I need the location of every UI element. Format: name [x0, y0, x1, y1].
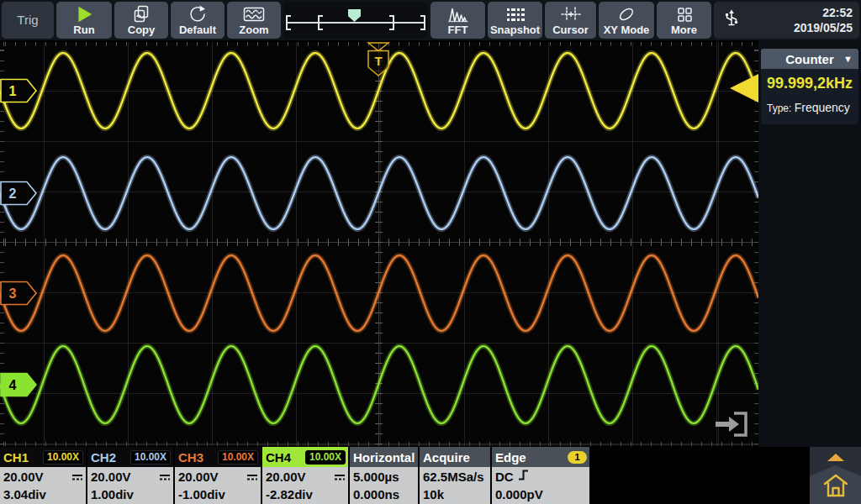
copy-icon — [132, 3, 151, 24]
spectrum-icon — [448, 3, 468, 24]
memory-depth-value: 10k — [423, 486, 444, 503]
more-button[interactable]: More — [657, 2, 711, 39]
svg-text:3: 3 — [9, 286, 17, 301]
trig-label: Trig — [17, 14, 38, 26]
channel1-position: 3.04div — [3, 486, 46, 503]
status-clock-panel: 22:52 2019/05/25 — [714, 2, 859, 39]
collapse-up-icon[interactable] — [827, 454, 844, 461]
arrow-into-bracket-icon[interactable] — [710, 410, 751, 438]
channel1-label: CH1 — [3, 450, 29, 465]
horizontal-position-indicator[interactable] — [283, 2, 428, 39]
top-toolbar: Trig Run Copy — [0, 0, 861, 40]
dc-coupling-icon — [334, 468, 346, 486]
channel3-label: CH3 — [178, 450, 203, 465]
home-panel — [810, 447, 861, 504]
trigger-level-arrow[interactable] — [730, 74, 758, 102]
counter-panel: Counter ▼ 99.999,2kHz Type: Frequency — [761, 49, 858, 124]
counter-type: Type: Frequency — [767, 101, 858, 114]
main-area: T 1234 Counter ▼ 99.999,2kHz Type: Frequ… — [0, 40, 861, 447]
cursor-button[interactable]: Cursor — [545, 2, 596, 39]
channel4-probe-badge: 10.00X — [305, 450, 346, 465]
copy-button[interactable]: Copy — [114, 2, 168, 39]
trigger-source-badge: 1 — [568, 451, 587, 464]
channel2-probe-badge: 10.00X — [130, 450, 171, 465]
trigger-title: Edge — [495, 450, 526, 465]
counter-value: 99.999,2kHz — [761, 75, 858, 92]
ellipse-icon — [616, 3, 637, 24]
dc-coupling-icon — [159, 468, 171, 486]
horizontal-offset-value: 0.000ns — [353, 486, 399, 503]
channel4-panel[interactable]: CH4 10.00X 20.00V -2.82div — [262, 447, 348, 504]
list-icon — [505, 3, 526, 24]
ch2-position-marker[interactable]: 2 — [0, 181, 38, 206]
timebase-value: 5.000µs — [353, 468, 399, 486]
dc-coupling-icon — [71, 468, 83, 486]
channel2-position: 1.00div — [91, 486, 134, 503]
channel2-panel[interactable]: CH2 10.00X 20.00V 1.00div — [87, 447, 173, 504]
window-right-bracket — [420, 15, 425, 30]
zoom-button[interactable]: Zoom — [227, 2, 281, 39]
acquire-panel[interactable]: Acquire 62.5MSa/s 10k — [420, 447, 490, 504]
rising-edge-icon — [518, 468, 529, 486]
grid-squares-icon — [675, 3, 694, 24]
channel3-position: -1.00div — [178, 486, 225, 503]
channel4-position: -2.82div — [266, 486, 313, 503]
run-button[interactable]: Run — [56, 2, 112, 39]
channel1-scale: 20.00V — [3, 468, 44, 486]
channel4-scale: 20.00V — [266, 468, 306, 486]
sample-rate-value: 62.5MSa/s — [423, 468, 484, 486]
svg-text:T: T — [374, 54, 382, 68]
right-sidebar: Counter ▼ 99.999,2kHz Type: Frequency — [758, 40, 861, 447]
ch4-position-marker[interactable]: 4 — [0, 372, 38, 397]
trigger-level-value: 0.000pV — [495, 486, 543, 503]
horizontal-panel[interactable]: Horizontal 5.000µs 0.000ns — [350, 447, 418, 504]
ch3-position-marker[interactable]: 3 — [0, 281, 38, 306]
channel1-probe-badge: 10.00X — [43, 450, 83, 465]
svg-text:4: 4 — [9, 378, 17, 392]
time-text: 22:52 — [794, 5, 853, 20]
fft-button[interactable]: FFT — [430, 2, 485, 39]
view-right-bracket — [389, 15, 394, 30]
waveform-traces — [0, 42, 758, 446]
usb-icon — [722, 8, 741, 32]
trigger-position-marker[interactable] — [348, 9, 361, 22]
acquire-title: Acquire — [423, 450, 470, 465]
channel3-panel[interactable]: CH3 10.00X 20.00V -1.00div — [175, 447, 261, 504]
svg-text:2: 2 — [9, 186, 17, 201]
trigger-t-marker[interactable]: T — [367, 50, 390, 78]
counter-header[interactable]: Counter ▼ — [761, 49, 858, 69]
oscilloscope-app: Trig Run Copy — [0, 0, 861, 504]
svg-text:1: 1 — [9, 84, 17, 98]
date-text: 2019/05/25 — [794, 20, 853, 35]
channel4-label: CH4 — [266, 450, 291, 465]
dc-coupling-icon — [246, 468, 258, 486]
bottom-status-bar: CH1 10.00X 20.00V 3.04div CH2 10.00X 20.… — [0, 447, 861, 504]
counter-title: Counter — [785, 52, 834, 66]
reset-arrow-icon — [188, 3, 207, 24]
home-button[interactable] — [810, 465, 861, 504]
snapshot-button[interactable]: Snapshot — [488, 2, 542, 39]
trigger-coupling: DC — [495, 468, 514, 486]
home-icon — [822, 473, 849, 501]
channel3-scale: 20.00V — [178, 468, 219, 486]
waveform-zoom-icon — [243, 3, 265, 24]
ch1-position-marker[interactable]: 1 — [0, 78, 38, 103]
channel3-probe-badge: 10.00X — [218, 450, 258, 465]
chevron-down-icon: ▼ — [843, 54, 853, 64]
trig-status-button[interactable]: Trig — [2, 2, 54, 39]
channel2-label: CH2 — [91, 450, 116, 465]
clock: 22:52 2019/05/25 — [794, 5, 853, 35]
default-button[interactable]: Default — [171, 2, 224, 39]
window-left-bracket — [286, 15, 291, 30]
xy-mode-button[interactable]: XY Mode — [599, 2, 654, 39]
channel1-panel[interactable]: CH1 10.00X 20.00V 3.04div — [0, 447, 86, 504]
horizontal-title: Horizontal — [353, 450, 415, 465]
crosshair-icon — [561, 3, 581, 24]
view-left-bracket — [318, 15, 323, 30]
play-icon — [74, 3, 94, 24]
position-track — [288, 22, 424, 24]
trigger-panel[interactable]: Edge 1 DC 0.000pV — [492, 447, 589, 504]
waveform-display[interactable]: T 1234 — [0, 42, 758, 446]
channel2-scale: 20.00V — [91, 468, 131, 486]
